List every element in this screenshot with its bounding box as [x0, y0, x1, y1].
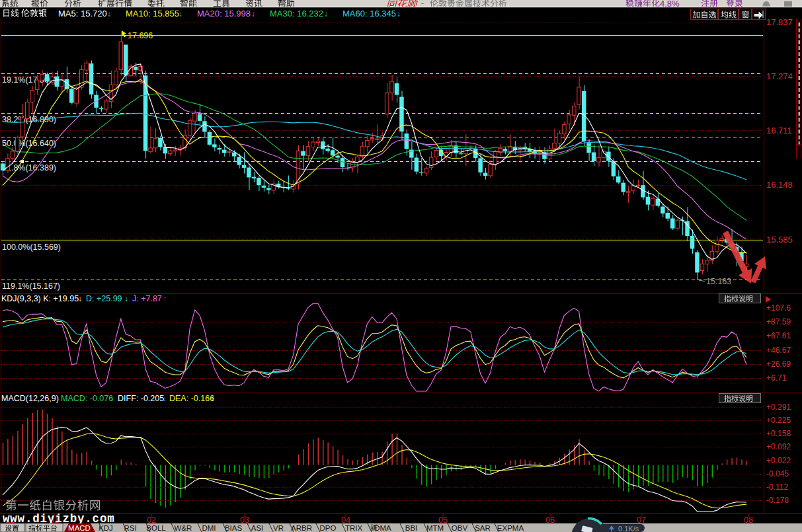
svg-text:MA10: 15.855: MA10: 15.855 [126, 9, 179, 19]
svg-text:ASI: ASI [251, 524, 264, 532]
svg-text:MACD: MACD [68, 524, 91, 532]
svg-text:+87.59: +87.59 [766, 317, 791, 326]
svg-text:+46.67: +46.67 [766, 346, 791, 355]
svg-text:100.0%(15.569): 100.0%(15.569) [2, 243, 61, 252]
svg-text:15.163: 15.163 [706, 277, 731, 286]
svg-text:+0.225: +0.225 [766, 416, 791, 425]
svg-text:+6.71: +6.71 [766, 373, 787, 383]
svg-text:0.1K/s: 0.1K/s [618, 525, 639, 532]
svg-text:17.696: 17.696 [128, 31, 153, 40]
svg-text:BIAS: BIAS [225, 524, 243, 532]
svg-text:↓: ↓ [179, 9, 182, 19]
svg-text:-0.045: -0.045 [766, 469, 789, 478]
svg-text:MACD(12,26,9): MACD(12,26,9) [1, 394, 59, 403]
svg-text:50.0%(16.640): 50.0%(16.640) [2, 139, 56, 148]
svg-text:DMA: DMA [374, 524, 391, 532]
svg-text:KDJ: KDJ [99, 524, 113, 532]
svg-text:+0.022: +0.022 [766, 456, 791, 465]
svg-text:↓: ↓ [210, 394, 214, 403]
svg-text:17.837: 17.837 [766, 17, 793, 27]
svg-text:MACD: -0.076: MACD: -0.076 [61, 394, 113, 403]
svg-text:ARBR: ARBR [291, 524, 312, 532]
svg-text:↑: ↑ [163, 294, 167, 303]
svg-text:VR: VR [273, 524, 284, 532]
svg-text:SAR: SAR [475, 524, 491, 532]
svg-text:↓: ↓ [110, 394, 114, 403]
svg-text:↓: ↓ [107, 9, 111, 19]
svg-text:+0.092: +0.092 [766, 442, 791, 451]
svg-text:↓: ↓ [251, 9, 255, 19]
svg-text:+26.69: +26.69 [766, 360, 791, 369]
svg-text:16.148: 16.148 [766, 180, 793, 190]
svg-text:DEA: -0.166: DEA: -0.166 [169, 394, 214, 403]
svg-text:KDJ(9,3,3) K: +19.95: KDJ(9,3,3) K: +19.95 [1, 294, 79, 303]
svg-text:+0.158: +0.158 [766, 429, 791, 438]
svg-text:+0.291: +0.291 [766, 402, 791, 412]
svg-text:MA60: 16.345: MA60: 16.345 [342, 9, 396, 19]
svg-text:↓: ↓ [324, 9, 328, 19]
svg-text:↓: ↓ [124, 294, 128, 303]
svg-text:↓: ↓ [78, 294, 82, 303]
svg-text:17.274: 17.274 [766, 71, 793, 81]
svg-text:15.585: 15.585 [766, 235, 793, 245]
svg-text:+107.6: +107.6 [766, 303, 791, 313]
svg-text:MTM: MTM [426, 524, 444, 532]
svg-text:119.1%(15.167): 119.1%(15.167) [2, 282, 60, 291]
svg-text:MA30: 16.232: MA30: 16.232 [270, 9, 323, 19]
svg-text:OBV: OBV [452, 524, 468, 532]
svg-text:TRIX: TRIX [345, 524, 363, 532]
svg-text:DPO: DPO [320, 524, 337, 532]
svg-text:EXPMA: EXPMA [497, 524, 524, 532]
svg-text:16.711: 16.711 [766, 126, 792, 135]
svg-text:-0.178: -0.178 [766, 496, 789, 505]
svg-text:BBI: BBI [405, 524, 418, 532]
svg-text:↓: ↓ [163, 394, 167, 403]
svg-text:J: +7.87: J: +7.87 [132, 294, 162, 303]
svg-text:MA20: 15.998: MA20: 15.998 [197, 9, 251, 19]
svg-text:↓: ↓ [397, 9, 401, 19]
svg-text:DMI: DMI [202, 524, 216, 532]
svg-text:+67.61: +67.61 [766, 331, 791, 340]
svg-text:D: +25.99: D: +25.99 [86, 294, 122, 303]
svg-text:RSI: RSI [124, 524, 136, 532]
svg-text:-0.112: -0.112 [766, 482, 788, 492]
svg-text:W&R: W&R [175, 524, 192, 532]
svg-text:DIFF: -0.205: DIFF: -0.205 [118, 394, 164, 403]
svg-text:MA5: 15.720: MA5: 15.720 [58, 9, 107, 19]
